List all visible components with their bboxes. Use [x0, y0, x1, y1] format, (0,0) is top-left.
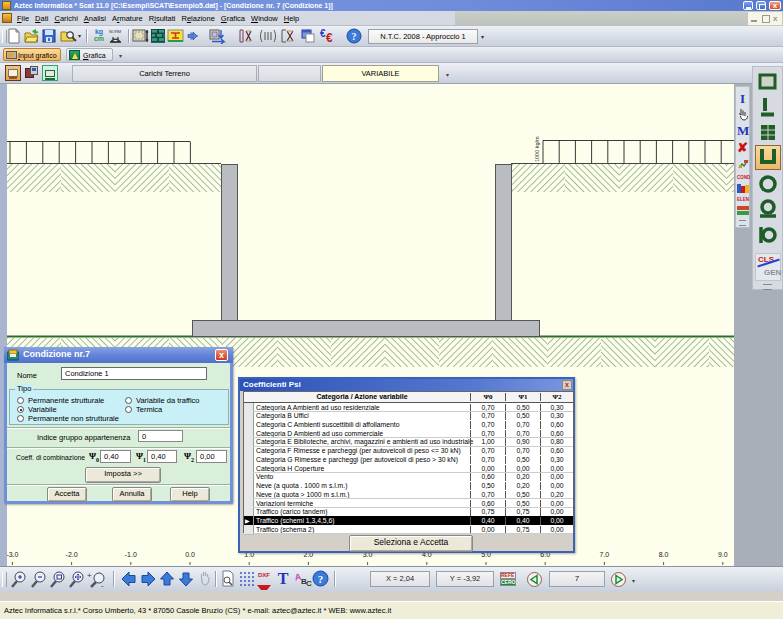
svg-text:-3.0: -3.0	[7, 551, 19, 558]
svg-text:+: +	[87, 571, 92, 580]
svg-text:-: -	[101, 581, 104, 589]
svg-text:?: ?	[352, 31, 357, 42]
svg-text:8.0: 8.0	[659, 551, 669, 558]
svg-text:9.0: 9.0	[718, 551, 728, 558]
svg-text:?: ?	[318, 573, 324, 585]
svg-text:-2.0: -2.0	[66, 551, 78, 558]
svg-text:7.0: 7.0	[600, 551, 610, 558]
svg-text:NORM: NORM	[109, 29, 121, 34]
svg-text:0.0: 0.0	[185, 551, 195, 558]
svg-text:1000 kg/m: 1000 kg/m	[534, 136, 540, 162]
svg-text:-1.0: -1.0	[125, 551, 137, 558]
